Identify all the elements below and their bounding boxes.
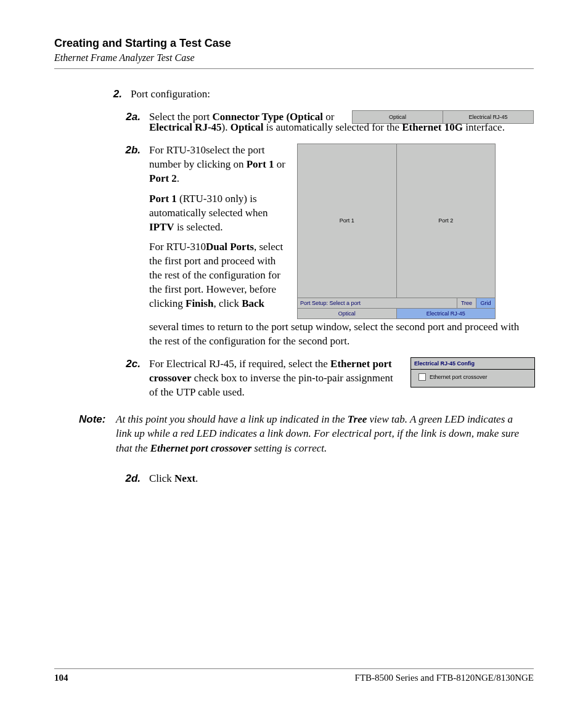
step-2: 2. Port configuration: bbox=[54, 87, 534, 102]
substep-text: For RTU-310select the port number by cli… bbox=[149, 144, 534, 349]
page: Creating and Starting a Test Case Ethern… bbox=[0, 0, 588, 714]
text: several times to return to the port setu… bbox=[149, 321, 519, 347]
checkbox-crossover[interactable] bbox=[419, 373, 426, 381]
bold: Finish bbox=[186, 298, 213, 309]
text: , click bbox=[213, 298, 242, 309]
bold: Electrical RJ-45 bbox=[149, 121, 222, 133]
bold: IPTV bbox=[149, 221, 174, 233]
substep-2b: 2b. For RTU-310select the port number by… bbox=[54, 144, 534, 349]
bold: Back bbox=[242, 298, 264, 309]
text: . bbox=[195, 473, 198, 484]
port-1-cell[interactable]: Port 1 bbox=[298, 144, 397, 298]
bold: Ethernet port crossover bbox=[150, 442, 251, 454]
header-rule bbox=[54, 68, 534, 69]
bold: Next bbox=[174, 473, 195, 484]
text: interface. bbox=[463, 121, 505, 133]
figure-rj45-config: Electrical RJ-45 Config Ethernet port cr… bbox=[410, 357, 535, 387]
status-label: Port Setup: Select a port bbox=[298, 298, 457, 308]
section-title: Creating and Starting a Test Case bbox=[54, 37, 534, 50]
bold: Optical bbox=[231, 121, 264, 133]
tab-grid[interactable]: Grid bbox=[476, 298, 495, 308]
substep-2d: 2d. Click Next. bbox=[54, 472, 534, 486]
page-number: 104 bbox=[54, 673, 68, 683]
substep-text: For Electrical RJ-45, if required, selec… bbox=[149, 357, 534, 400]
figure-port-setup: Port 1 Port 2 Port Setup: Select a port … bbox=[297, 144, 496, 319]
panel-title: Electrical RJ-45 Config bbox=[411, 358, 534, 370]
substep-number: 2b. bbox=[54, 144, 149, 349]
note: Note: At this point you should have a li… bbox=[79, 412, 534, 456]
substep-text: Click Next. bbox=[149, 472, 534, 486]
note-text: At this point you should have a link up … bbox=[116, 412, 534, 456]
substep-number: 2c. bbox=[54, 357, 149, 400]
note-label: Note: bbox=[79, 412, 116, 456]
text: or bbox=[274, 158, 285, 170]
substep-number: 2d. bbox=[54, 472, 149, 486]
text: For RTU-310 bbox=[149, 241, 206, 253]
port-2-cell[interactable]: Port 2 bbox=[397, 144, 496, 298]
footer: 104 FTB-8500 Series and FTB-8120NGE/8130… bbox=[54, 668, 534, 683]
step-number: 2. bbox=[54, 87, 131, 102]
tab-optical[interactable]: Optical bbox=[298, 309, 397, 318]
text: ). bbox=[222, 121, 231, 133]
bold: Tree bbox=[348, 413, 367, 425]
text: setting is correct. bbox=[251, 442, 327, 454]
substep-2c: 2c. For Electrical RJ-45, if required, s… bbox=[54, 357, 534, 400]
text: is selected. bbox=[174, 221, 223, 233]
substep-number: 2a. bbox=[54, 110, 149, 135]
step-text: Port configuration: bbox=[131, 87, 534, 102]
bold: Port 1 bbox=[247, 158, 274, 170]
tab-tree[interactable]: Tree bbox=[457, 298, 476, 308]
text: is automatically selected for the bbox=[264, 121, 402, 133]
substep-2a: 2a. Select the port Connector Type (Opti… bbox=[54, 110, 534, 135]
body: 2. Port configuration: 2a. Select the po… bbox=[54, 87, 534, 486]
substep-text: Select the port Connector Type (Optical … bbox=[149, 110, 534, 135]
bold: Ethernet 10G bbox=[402, 121, 463, 133]
text: Click bbox=[149, 473, 174, 484]
bold: Port 1 bbox=[149, 193, 177, 205]
bold: Dual Ports bbox=[206, 241, 254, 253]
text: At this point you should have a link up … bbox=[116, 413, 348, 425]
section-subtitle: Ethernet Frame Analyzer Test Case bbox=[54, 52, 534, 63]
text: For Electrical RJ-45, if required, selec… bbox=[149, 358, 330, 370]
doc-title: FTB-8500 Series and FTB-8120NGE/8130NGE bbox=[355, 673, 534, 683]
text: . bbox=[177, 172, 179, 184]
tab-electrical-rj45[interactable]: Electrical RJ-45 bbox=[397, 309, 496, 318]
bold: Port 2 bbox=[149, 172, 177, 184]
checkbox-label: Ethernet port crossover bbox=[430, 373, 488, 381]
